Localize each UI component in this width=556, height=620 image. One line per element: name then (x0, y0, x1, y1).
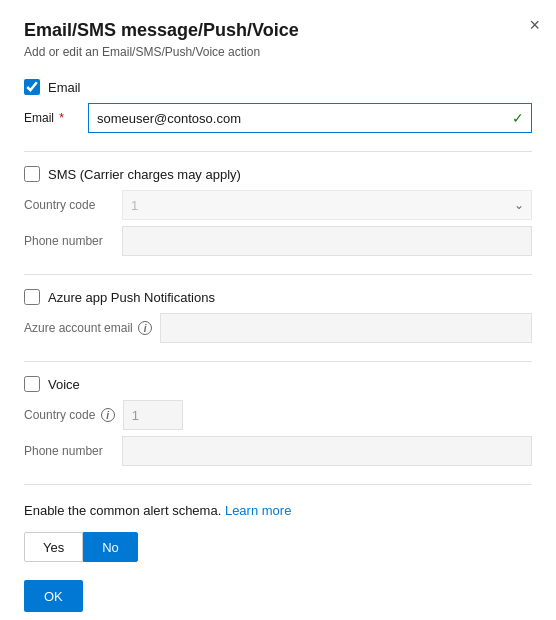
sms-phone-row: Phone number (24, 226, 532, 256)
close-button[interactable]: × (529, 16, 540, 34)
divider-4 (24, 484, 532, 485)
sms-checkbox-row: SMS (Carrier charges may apply) (24, 166, 532, 182)
sms-section: SMS (Carrier charges may apply) Country … (24, 166, 532, 256)
dialog: × Email/SMS message/Push/Voice Add or ed… (0, 0, 556, 620)
alert-schema-row: Enable the common alert schema. Learn mo… (24, 503, 532, 518)
sms-country-row: Country code 1 ⌄ (24, 190, 532, 220)
sms-phone-input[interactable] (122, 226, 532, 256)
voice-country-label: Country code i (24, 408, 115, 423)
divider-3 (24, 361, 532, 362)
email-input[interactable] (88, 103, 532, 133)
email-checkbox-row: Email (24, 79, 532, 95)
push-section: Azure app Push Notifications Azure accou… (24, 289, 532, 343)
voice-section: Voice Country code i Phone number (24, 376, 532, 466)
voice-checkbox[interactable] (24, 376, 40, 392)
push-checkbox-label[interactable]: Azure app Push Notifications (48, 290, 215, 305)
divider-2 (24, 274, 532, 275)
sms-phone-label: Phone number (24, 234, 114, 248)
sms-checkbox[interactable] (24, 166, 40, 182)
push-checkbox-row: Azure app Push Notifications (24, 289, 532, 305)
email-field-label: Email * (24, 111, 80, 125)
voice-checkbox-label[interactable]: Voice (48, 377, 80, 392)
yes-button[interactable]: Yes (24, 532, 83, 562)
sms-country-select-wrapper: 1 ⌄ (122, 190, 532, 220)
no-button[interactable]: No (83, 532, 138, 562)
learn-more-link[interactable]: Learn more (225, 503, 291, 518)
toggle-row: Yes No (24, 532, 532, 562)
voice-country-row: Country code i (24, 400, 532, 430)
email-checkbox-label[interactable]: Email (48, 80, 81, 95)
push-email-input[interactable] (160, 313, 532, 343)
alert-schema-text: Enable the common alert schema. (24, 503, 221, 518)
email-input-wrapper: ✓ (88, 103, 532, 133)
push-email-label: Azure account email i (24, 321, 152, 336)
dialog-title: Email/SMS message/Push/Voice (24, 20, 532, 41)
sms-country-label: Country code (24, 198, 114, 212)
push-checkbox[interactable] (24, 289, 40, 305)
email-field-row: Email * ✓ (24, 103, 532, 133)
divider-1 (24, 151, 532, 152)
voice-phone-input[interactable] (122, 436, 532, 466)
sms-checkbox-label[interactable]: SMS (Carrier charges may apply) (48, 167, 241, 182)
push-email-row: Azure account email i (24, 313, 532, 343)
email-section: Email Email * ✓ (24, 79, 532, 133)
required-star: * (56, 111, 64, 125)
check-icon: ✓ (512, 110, 524, 126)
info-icon-voice: i (101, 408, 115, 422)
ok-button[interactable]: OK (24, 580, 83, 612)
sms-country-select[interactable]: 1 (122, 190, 532, 220)
info-icon-push: i (138, 321, 152, 335)
dialog-subtitle: Add or edit an Email/SMS/Push/Voice acti… (24, 45, 532, 59)
voice-checkbox-row: Voice (24, 376, 532, 392)
voice-phone-label: Phone number (24, 444, 114, 458)
email-checkbox[interactable] (24, 79, 40, 95)
voice-phone-row: Phone number (24, 436, 532, 466)
voice-country-input[interactable] (123, 400, 183, 430)
